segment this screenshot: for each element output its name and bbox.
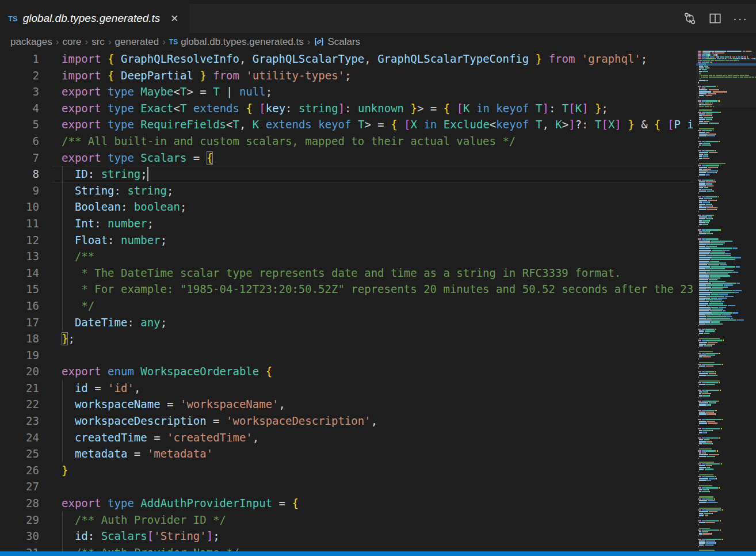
line-number[interactable]: 2 — [0, 67, 39, 84]
line-number[interactable]: 18 — [0, 330, 39, 347]
line-number[interactable]: 14 — [0, 265, 39, 281]
breadcrumb-item-core[interactable]: core — [62, 36, 81, 48]
line-number[interactable]: 4 — [0, 100, 39, 117]
line-number[interactable]: 7 — [0, 150, 39, 166]
code-line[interactable]: 8 ID: string; — [0, 166, 694, 182]
minimap-line — [698, 478, 717, 479]
breadcrumb-item-scalars[interactable]: Scalars — [314, 36, 360, 48]
status-bar[interactable] — [0, 551, 756, 556]
code-line[interactable]: 30 id: Scalars['String']; — [0, 528, 694, 544]
minimap-line — [698, 452, 706, 454]
line-number[interactable]: 22 — [0, 396, 39, 413]
minimap-line — [698, 201, 710, 203]
open-changes-button[interactable] — [680, 9, 700, 28]
more-actions-button[interactable]: ··· — [731, 9, 750, 28]
code-line[interactable]: 26} — [0, 462, 694, 479]
line-number[interactable]: 9 — [0, 182, 39, 199]
code-line[interactable]: 27 — [0, 478, 694, 495]
line-number[interactable]: 25 — [0, 445, 39, 462]
line-number[interactable]: 27 — [0, 478, 39, 495]
code-line[interactable]: 15 * For example: "1985-04-12T23:20:50.5… — [0, 281, 694, 298]
code-line[interactable]: 31 /** Auth Provider Name */ — [0, 544, 694, 551]
code-line[interactable]: 11 Int: number; — [0, 215, 694, 232]
code-line[interactable]: 21 id = 'id', — [0, 380, 694, 397]
code-line[interactable]: 7export type Scalars = { — [0, 150, 694, 166]
line-number[interactable]: 1 — [0, 51, 39, 67]
line-number[interactable]: 30 — [0, 528, 39, 544]
minimap-line — [698, 121, 709, 122]
line-number[interactable]: 31 — [0, 544, 39, 551]
code-line[interactable]: 22 workspaceName = 'workspaceName', — [0, 396, 694, 413]
line-number[interactable]: 13 — [0, 248, 39, 265]
line-number[interactable]: 24 — [0, 429, 39, 446]
code-area[interactable]: 1import { GraphQLResolveInfo, GraphQLSca… — [0, 51, 694, 551]
code-text: createdTime = 'createdTime', — [62, 429, 259, 446]
line-number[interactable]: 29 — [0, 512, 39, 528]
code-line[interactable]: 4export type Exact<T extends { [key: str… — [0, 100, 694, 117]
line-number[interactable]: 19 — [0, 347, 39, 364]
line-number[interactable]: 26 — [0, 462, 39, 479]
line-number[interactable]: 10 — [0, 199, 39, 215]
split-editor-button[interactable] — [705, 9, 725, 28]
code-line[interactable]: 18}; — [0, 330, 694, 347]
code-line[interactable]: 25 metadata = 'metadata' — [0, 445, 694, 462]
code-line[interactable]: 5export type RequireFields<T, K extends … — [0, 116, 694, 133]
code-text: DateTime: any; — [62, 314, 167, 331]
line-number[interactable]: 3 — [0, 83, 39, 100]
code-line[interactable]: 2import { DeepPartial } from 'utility-ty… — [0, 67, 694, 84]
editor-tab[interactable]: TS global.db.types.generated.ts ✕ — [0, 4, 189, 33]
minimap-line — [698, 290, 742, 291]
breadcrumb-item-generated[interactable]: generated — [115, 36, 159, 48]
line-number[interactable]: 5 — [0, 116, 39, 133]
line-number[interactable]: 15 — [0, 281, 39, 298]
code-line[interactable]: 3export type Maybe<T> = T | null; — [0, 83, 694, 100]
code-text: } — [62, 462, 68, 479]
chevron-right-icon: › — [162, 36, 166, 48]
code-line[interactable]: 24 createdTime = 'createdTime', — [0, 429, 694, 446]
code-line[interactable]: 19 — [0, 347, 694, 364]
minimap-line — [698, 498, 715, 500]
line-number[interactable]: 8 — [0, 166, 39, 182]
code-line[interactable]: 12 Float: number; — [0, 232, 694, 249]
line-number[interactable]: 6 — [0, 133, 39, 150]
breadcrumb-item-global-db-types-generated-ts[interactable]: TSglobal.db.types.generated.ts — [169, 36, 304, 48]
minimap-line — [698, 102, 713, 104]
line-number[interactable]: 23 — [0, 413, 39, 429]
close-icon[interactable]: ✕ — [169, 13, 180, 25]
code-line[interactable]: 23 workspaceDescription = 'workspaceDesc… — [0, 413, 694, 429]
chevron-right-icon: › — [56, 36, 59, 48]
line-number[interactable]: 20 — [0, 363, 39, 380]
breadcrumb-item-packages[interactable]: packages — [10, 36, 52, 48]
code-line[interactable]: 29 /** Auth Provider ID */ — [0, 512, 694, 528]
code-line[interactable]: 17 DateTime: any; — [0, 314, 694, 331]
minimap-line — [698, 172, 717, 173]
code-line[interactable]: 16 */ — [0, 298, 694, 314]
minimap-line — [698, 91, 727, 92]
code-line[interactable]: 14 * The DateTime scalar type represents… — [0, 265, 694, 281]
line-number[interactable]: 17 — [0, 314, 39, 331]
minimap-line — [698, 386, 698, 387]
breadcrumb-item-src[interactable]: src — [91, 36, 105, 48]
line-number[interactable]: 21 — [0, 380, 39, 397]
line-number[interactable]: 16 — [0, 298, 39, 314]
line-number[interactable]: 11 — [0, 215, 39, 232]
code-line[interactable]: 1import { GraphQLResolveInfo, GraphQLSca… — [0, 51, 694, 67]
code-line[interactable]: 9 String: string; — [0, 182, 694, 199]
minimap-line — [698, 141, 720, 142]
line-number[interactable]: 12 — [0, 232, 39, 249]
code-line[interactable]: 6/** All built-in and custom scalars, ma… — [0, 133, 694, 150]
line-number[interactable]: 28 — [0, 495, 39, 512]
breadcrumb-label: core — [62, 36, 81, 48]
code-line[interactable]: 10 Boolean: boolean; — [0, 199, 694, 215]
minimap[interactable] — [696, 51, 756, 551]
minimap-line — [698, 546, 698, 547]
minimap-line — [698, 456, 715, 457]
code-line[interactable]: 20export enum WorkspaceOrderable { — [0, 363, 694, 380]
minimap-line — [698, 319, 744, 321]
minimap-line — [698, 422, 717, 424]
breadcrumb-label: generated — [115, 36, 159, 48]
minimap-line — [698, 279, 717, 280]
minimap-line — [698, 146, 698, 147]
code-line[interactable]: 13 /** — [0, 248, 694, 265]
code-line[interactable]: 28export type AddAuthProviderInput = { — [0, 495, 694, 512]
